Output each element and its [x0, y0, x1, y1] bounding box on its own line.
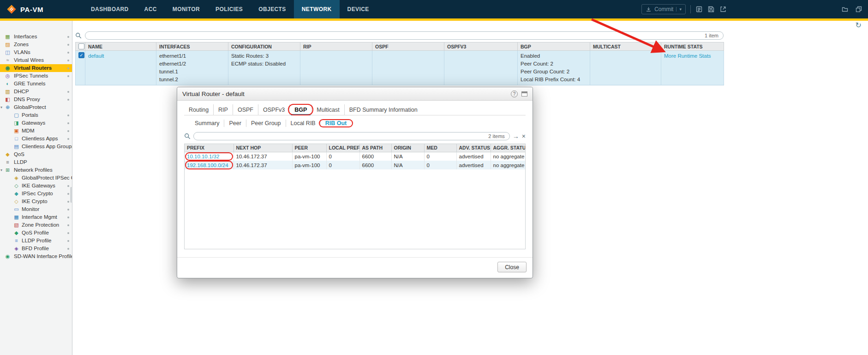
tab-routing[interactable]: Routing [184, 104, 214, 115]
tab-multicast[interactable]: Multicast [312, 104, 344, 115]
nav-device[interactable]: DEVICE [340, 0, 377, 18]
tab-bfd-summary[interactable]: BFD Summary Information [345, 104, 422, 115]
commit-caret-icon[interactable]: ▾ [676, 7, 682, 12]
col-peer[interactable]: PEER [292, 144, 326, 152]
sidebar-item-gateways[interactable]: ◨Gateways [0, 119, 72, 127]
rib-filter-input[interactable] [198, 133, 488, 139]
col-runtime-stats[interactable]: RUNTIME STATS [661, 42, 724, 51]
col-rip[interactable]: RIP [300, 42, 372, 51]
sidebar-item-clientless-apps[interactable]: □Clientless Apps [0, 135, 72, 143]
nav-dashboard[interactable]: DASHBOARD [83, 0, 137, 18]
sidebar-item-qos-profile[interactable]: ◆QoS Profile [0, 229, 72, 237]
col-prefix[interactable]: PREFIX [185, 144, 233, 152]
col-as-path[interactable]: AS PATH [359, 144, 391, 152]
export-config-icon[interactable] [719, 6, 727, 13]
prefix-link[interactable]: 192.168.100.0/24 [187, 162, 228, 168]
arrow-right-icon[interactable]: → [513, 132, 519, 140]
col-ospf[interactable]: OSPF [372, 42, 444, 51]
sidebar-item-globalprotect-ipsec-crypto[interactable]: ◈GlobalProtect IPSec Crypto [0, 174, 72, 182]
close-button[interactable]: Close [497, 262, 527, 272]
table-row[interactable]: ✓ default ethernet1/1 ethernet1/2 tunnel… [76, 51, 724, 85]
col-next-hop[interactable]: NEXT HOP [233, 144, 292, 152]
mdm-icon: ▣ [13, 127, 20, 135]
nav-network[interactable]: NETWORK [294, 0, 340, 18]
sidebar-item-bfd-profile[interactable]: ◈BFD Profile [0, 245, 72, 253]
nav-monitor[interactable]: MONITOR [165, 0, 208, 18]
chevron-down-icon[interactable]: ▾ [0, 103, 2, 111]
folder-icon[interactable] [841, 6, 849, 13]
search-icon[interactable] [75, 32, 82, 39]
dns-proxy-icon: ◧ [4, 96, 11, 103]
col-interfaces[interactable]: INTERFACES [156, 42, 228, 51]
subtab-local-rib[interactable]: Local RIB [286, 120, 321, 127]
sidebar-item-vlans[interactable]: ◫VLANs [0, 48, 72, 56]
sidebar-item-label: Virtual Routers [14, 65, 52, 71]
subtab-peer-group[interactable]: Peer Group [246, 120, 286, 127]
tab-ospfv3[interactable]: OSPFv3 [258, 104, 290, 115]
top-bar: PA-VM DASHBOARD ACC MONITOR POLICIES OBJ… [0, 0, 868, 18]
clear-filter-icon[interactable]: × [522, 132, 526, 140]
sidebar-item-qos[interactable]: ◆QoS [0, 150, 72, 158]
nav-policies[interactable]: POLICIES [208, 0, 251, 18]
col-ospfv3[interactable]: OSPFV3 [444, 42, 518, 51]
save-config-icon[interactable] [707, 6, 715, 13]
sidebar-item-portals[interactable]: ▢Portals [0, 111, 72, 119]
maximize-icon[interactable] [521, 91, 527, 96]
col-adv-status[interactable]: ADV. STATUS [456, 144, 491, 152]
sidebar-item-globalprotect[interactable]: ▾⊕GlobalProtect [0, 103, 72, 111]
table-row[interactable]: 10.10.10.1/32 10.46.172.37 pa-vm-100 0 6… [185, 152, 526, 161]
subtab-peer[interactable]: Peer [224, 120, 246, 127]
tasks-icon[interactable] [695, 6, 703, 13]
sidebar-resize-handle[interactable] [70, 187, 72, 203]
sidebar-item-network-profiles[interactable]: ▾⊞Network Profiles [0, 166, 72, 174]
sidebar-item-virtual-routers[interactable]: ◉Virtual Routers [0, 64, 72, 72]
more-runtime-stats-link[interactable]: More Runtime Stats [664, 53, 711, 59]
nav-acc[interactable]: ACC [137, 0, 165, 18]
sidebar-item-lldp-profile[interactable]: ≡LLDP Profile [0, 237, 72, 245]
sidebar-item-lldp[interactable]: ≡LLDP [0, 158, 72, 166]
sidebar-item-ipsec-tunnels[interactable]: ◎IPSec Tunnels [0, 72, 72, 80]
col-name[interactable]: NAME [85, 42, 156, 51]
sidebar-item-zone-protection[interactable]: ▧Zone Protection [0, 221, 72, 229]
sidebar-item-ipsec-crypto[interactable]: ◆IPSec Crypto [0, 190, 72, 198]
col-configuration[interactable]: CONFIGURATION [228, 42, 300, 51]
col-aggr-status[interactable]: AGGR. STATUS [491, 144, 526, 152]
help-icon[interactable]: ? [511, 90, 518, 97]
sidebar-item-sdwan-interface-profile[interactable]: ◉SD-WAN Interface Profile [0, 253, 72, 260]
tab-bgp[interactable]: BGP [290, 104, 312, 115]
row-checkbox[interactable]: ✓ [78, 52, 84, 58]
tab-ospf[interactable]: OSPF [233, 104, 258, 115]
vr-filter-input[interactable] [90, 32, 705, 39]
sidebar-item-interface-mgmt[interactable]: ▦Interface Mgmt [0, 213, 72, 221]
sidebar-item-dns-proxy[interactable]: ◧DNS Proxy [0, 96, 72, 103]
sidebar-item-clientless-app-groups[interactable]: ▤Clientless App Groups [0, 143, 72, 150]
col-local-pref[interactable]: LOCAL PREF. [326, 144, 359, 152]
table-row[interactable]: 192.168.100.0/24 10.46.172.37 pa-vm-100 … [185, 161, 526, 169]
subtab-summary[interactable]: Summary [190, 120, 224, 127]
col-origin[interactable]: ORIGIN [391, 144, 424, 152]
nav-objects[interactable]: OBJECTS [251, 0, 293, 18]
refresh-icon[interactable]: ↻ [856, 22, 862, 29]
subtab-rib-out[interactable]: RIB Out [321, 120, 352, 127]
sidebar-item-ike-crypto[interactable]: ◇IKE Crypto [0, 198, 72, 205]
sidebar-item-monitor[interactable]: ▭Monitor [0, 205, 72, 213]
sidebar-item-gre-tunnels[interactable]: ◐GRE Tunnels [0, 80, 72, 88]
vr-name-link[interactable]: default [88, 53, 104, 59]
col-med[interactable]: MED [424, 144, 456, 152]
prefix-link[interactable]: 10.10.10.1/32 [187, 154, 219, 159]
new-window-icon[interactable] [855, 6, 862, 13]
sidebar-item-mdm[interactable]: ▣MDM [0, 127, 72, 135]
sidebar-item-virtual-wires[interactable]: ≈Virtual Wires [0, 56, 72, 64]
sidebar-item-ike-gateways[interactable]: ◇IKE Gateways [0, 182, 72, 190]
chevron-down-icon[interactable]: ▾ [0, 166, 2, 174]
tab-rip[interactable]: RIP [214, 104, 233, 115]
search-icon[interactable] [184, 133, 191, 139]
sidebar-item-zones[interactable]: ▨Zones [0, 41, 72, 48]
commit-button[interactable]: Commit ▾ [641, 4, 686, 14]
col-multicast[interactable]: MULTICAST [590, 42, 661, 51]
select-all-checkbox[interactable] [78, 43, 84, 49]
sidebar-item-dhcp[interactable]: ▥DHCP [0, 88, 72, 96]
col-bgp[interactable]: BGP [518, 42, 590, 51]
sidebar-item-interfaces[interactable]: ▦Interfaces [0, 33, 72, 41]
dialog-header[interactable]: Virtual Router - default ? [177, 87, 533, 101]
